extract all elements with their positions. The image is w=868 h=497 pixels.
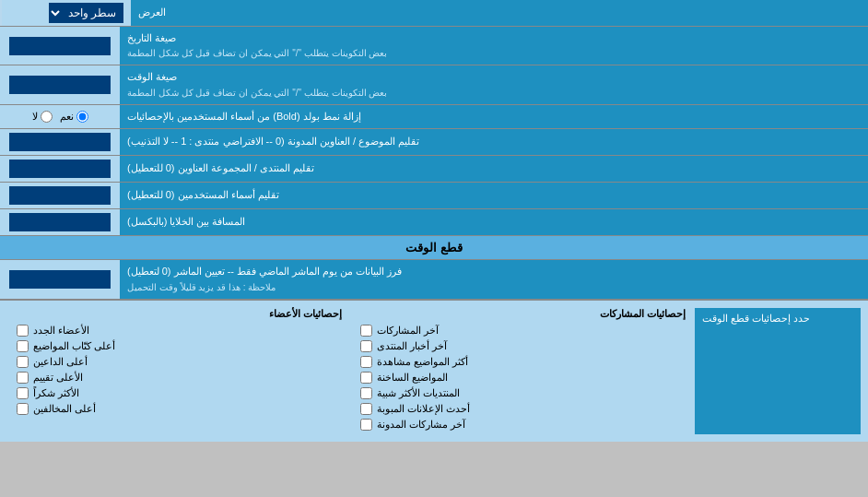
stats-col2-item5-label: أعلى المخالفين [33,403,96,415]
header-label: العرض [131,0,868,26]
forum-titles-input-cell: 33 [0,129,120,155]
stats-col2-item3-label: الأعلى تقييم [33,372,83,384]
stats-col1-item6-checkbox[interactable] [360,419,372,431]
stats-col2-item2-checkbox[interactable] [17,356,29,368]
stats-col2-title: إحصائيات الأعضاء [17,308,342,320]
stats-col1-item2-label: أكثر المواضيع مشاهدة [377,356,468,368]
user-names-input-cell: 0 [0,183,120,208]
display-select-cell: سطر واحد سطرين ثلاثة أسطر [2,0,131,26]
time-cutoff-label: فرز البيانات من يوم الماشر الماضي فقط --… [120,260,868,298]
bold-remove-radio-cell: نعم لا [0,105,120,128]
stats-col2-item4-label: الأكثر شكراً [33,387,79,399]
user-names-input[interactable]: 0 [9,186,111,205]
forum-forum-label: تقليم المنتدى / المجموعة العناوين (0 للت… [120,156,868,182]
stats-col1-item1-label: آخر أخبار المنتدى [377,340,447,352]
stats-col1-item4-label: المنتديات الأكثر شبية [377,387,460,399]
stats-col2-item4-checkbox[interactable] [17,387,29,399]
list-item: أكثر المواضيع مشاهدة [360,356,686,368]
stats-col1-item0-label: آخر المشاركات [377,325,439,337]
stats-col1-item2-checkbox[interactable] [360,356,372,368]
stats-col2-item1-checkbox[interactable] [17,340,29,352]
stats-col2-item0-checkbox[interactable] [17,325,29,337]
stats-col1: إحصائيات المشاركات آخر المشاركات آخر أخب… [351,308,695,434]
time-cutoff-input-cell: 0 [0,260,120,298]
cell-spacing-label: المسافة بين الخلايا (بالبكسل) [120,209,868,235]
date-format-input[interactable]: d-m [9,37,111,55]
stats-col1-item6-label: آخر مشاركات المدونة [377,419,465,431]
list-item: آخر أخبار المنتدى [360,340,686,352]
time-cutoff-header: قطع الوقت [0,236,868,260]
stats-col2-item3-checkbox[interactable] [17,372,29,384]
bold-remove-label: إزالة نمط بولد (Bold) من أسماء المستخدمي… [120,105,868,128]
stats-col2-item1-label: أعلى كتّاب المواضيع [33,340,115,352]
stats-col2-item2-label: أعلى الداعين [33,356,88,368]
cell-spacing-input-cell: 2 [0,209,120,235]
stats-col1-item5-label: أحدث الإعلانات المبوبة [377,403,470,415]
cell-spacing-input[interactable]: 2 [9,213,111,231]
stats-col2-item5-checkbox[interactable] [17,403,29,415]
list-item: الأعضاء الجدد [17,325,342,337]
forum-forum-input-cell: 33 [0,156,120,182]
stats-col1-item3-checkbox[interactable] [360,372,372,384]
list-item: أعلى المخالفين [17,403,342,415]
time-format-label: صيغة الوقت بعض التكوينات يتطلب "/" التي … [120,65,868,103]
bold-no-radio[interactable] [41,111,53,123]
list-item: المواضيع الساخنة [360,372,686,384]
stats-col2-item0-label: الأعضاء الجدد [33,325,89,337]
list-item: الأعلى تقييم [17,372,342,384]
stats-col1-item3-label: المواضيع الساخنة [377,372,448,384]
stats-col1-item5-checkbox[interactable] [360,403,372,415]
time-cutoff-input[interactable]: 0 [9,270,111,289]
list-item: آخر المشاركات [360,325,686,337]
date-format-input-cell: d-m [0,27,120,65]
stats-col1-item1-checkbox[interactable] [360,340,372,352]
stats-col2: إحصائيات الأعضاء الأعضاء الجدد أعلى كتّا… [7,308,351,434]
forum-titles-input[interactable]: 33 [9,133,111,151]
list-item: آخر مشاركات المدونة [360,419,686,431]
forum-titles-label: تقليم الموضوع / العناوين المدونة (0 -- ا… [120,129,868,155]
stats-col1-item4-checkbox[interactable] [360,387,372,399]
stats-area: حدد إحصائيات قطع الوقت إحصائيات المشاركا… [0,300,868,442]
stats-right-label: حدد إحصائيات قطع الوقت [695,308,861,434]
time-format-input-cell: H:i [0,65,120,103]
time-format-input[interactable]: H:i [9,76,111,94]
stats-col1-title: إحصائيات المشاركات [360,308,686,320]
bold-no-label: لا [32,111,53,123]
forum-forum-input[interactable]: 33 [9,160,111,178]
display-select[interactable]: سطر واحد سطرين ثلاثة أسطر [49,3,123,23]
list-item: المنتديات الأكثر شبية [360,387,686,399]
user-names-label: تقليم أسماء المستخدمين (0 للتعطيل) [120,183,868,208]
list-item: أعلى الداعين [17,356,342,368]
list-item: الأكثر شكراً [17,387,342,399]
list-item: أحدث الإعلانات المبوبة [360,403,686,415]
bold-yes-radio[interactable] [76,111,88,123]
bold-yes-label: نعم [60,111,88,123]
stats-col1-item0-checkbox[interactable] [360,325,372,337]
list-item: أعلى كتّاب المواضيع [17,340,342,352]
date-format-label: صيغة التاريخ بعض التكوينات يتطلب "/" الت… [120,27,868,65]
